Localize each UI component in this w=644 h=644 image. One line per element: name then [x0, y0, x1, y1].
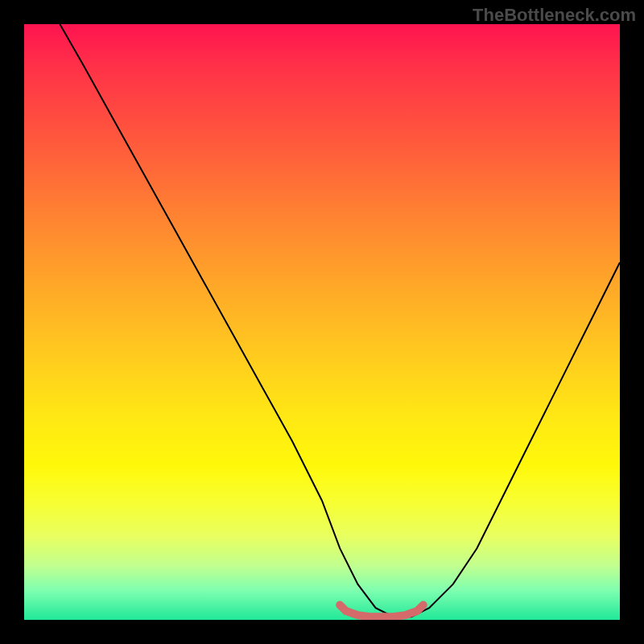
chart-plot-area — [24, 24, 620, 620]
chart-svg — [24, 24, 620, 620]
bottleneck-curve-line — [60, 24, 620, 617]
watermark-text: TheBottleneck.com — [473, 5, 636, 26]
